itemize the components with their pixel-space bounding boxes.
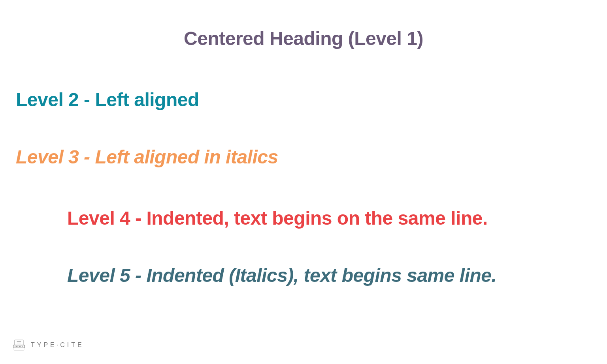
brand-logo: TYPE·CITE bbox=[12, 338, 84, 352]
typewriter-icon bbox=[12, 338, 26, 352]
brand-part-2: CITE bbox=[60, 341, 84, 348]
brand-part-1: TYPE bbox=[31, 341, 57, 348]
svg-rect-0 bbox=[15, 340, 23, 345]
document-content: Centered Heading (Level 1) Level 2 - Lef… bbox=[0, 0, 607, 286]
heading-level-4: Level 4 - Indented, text begins on the s… bbox=[67, 207, 591, 229]
svg-rect-8 bbox=[14, 348, 24, 350]
heading-level-1: Centered Heading (Level 1) bbox=[16, 28, 591, 49]
heading-level-3: Level 3 - Left aligned in italics bbox=[16, 146, 591, 168]
brand-separator: · bbox=[57, 341, 60, 348]
brand-text: TYPE·CITE bbox=[31, 341, 84, 349]
heading-level-5: Level 5 - Indented (Italics), text begin… bbox=[67, 265, 591, 286]
heading-level-2: Level 2 - Left aligned bbox=[16, 89, 591, 111]
